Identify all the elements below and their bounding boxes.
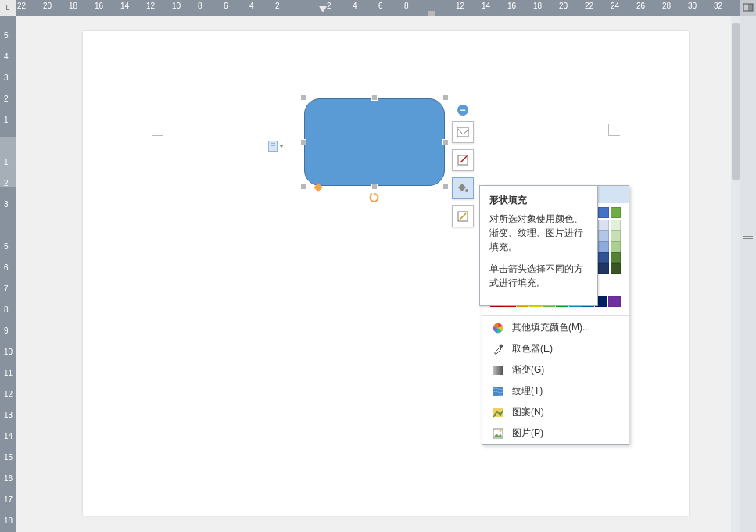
ruler-tick: 5 <box>4 31 9 40</box>
ruler-tick: 22 <box>585 2 593 10</box>
color-swatch[interactable] <box>611 252 622 263</box>
ruler-tick: 1 <box>4 116 9 124</box>
resize-handle-l[interactable] <box>300 139 306 145</box>
ruler-tick: 6 <box>224 2 228 10</box>
picture-icon <box>492 427 504 440</box>
color-swatch[interactable] <box>598 252 609 263</box>
svg-rect-1 <box>748 4 753 11</box>
pattern-item[interactable]: 图案(N) <box>482 402 629 423</box>
ruler-tick: 1 <box>4 158 9 166</box>
color-swatch[interactable] <box>611 241 622 252</box>
color-swatch[interactable] <box>611 207 622 218</box>
ruler-tick: 14 <box>482 2 490 10</box>
svg-rect-2 <box>457 127 468 137</box>
ruler-tick: 4 <box>4 52 9 61</box>
color-swatch[interactable] <box>598 220 609 230</box>
color-swatch[interactable] <box>598 241 609 252</box>
eyedropper-icon <box>492 343 504 355</box>
pattern-icon <box>492 406 504 419</box>
rotate-handle[interactable] <box>369 192 380 203</box>
menu-label: 图片(P) <box>512 427 543 440</box>
selected-shape[interactable] <box>304 98 445 186</box>
ruler-tick: 13 <box>4 411 13 420</box>
ruler-corner: L <box>0 0 16 16</box>
eyedropper-item[interactable]: 取色器(E) <box>482 338 629 359</box>
shape-effects-button[interactable] <box>452 205 474 227</box>
ruler-tick: 28 <box>662 2 671 10</box>
ruler-tick: 2 <box>327 2 331 10</box>
ruler-tick: 16 <box>507 2 516 10</box>
collapsed-task-pane[interactable] <box>740 16 756 532</box>
ruler-tick: 18 <box>4 516 13 525</box>
svg-point-12 <box>500 430 502 432</box>
tooltip-body-2: 单击箭头选择不同的方式进行填充。 <box>489 262 588 290</box>
tooltip-title: 形状填充 <box>489 194 588 207</box>
ruler-tick: 14 <box>4 432 13 441</box>
ruler-tick: 3 <box>4 200 9 209</box>
color-swatch[interactable] <box>598 263 609 274</box>
ruler-tick: 8 <box>4 305 9 314</box>
color-swatch[interactable] <box>611 230 622 241</box>
shape-fill-button[interactable] <box>452 177 474 199</box>
ruler-tick: 30 <box>688 2 697 10</box>
horizontal-ruler[interactable]: 2220181614121086422468121416182022242628… <box>16 0 740 16</box>
collapse-icon[interactable]: − <box>457 104 469 116</box>
texture-item[interactable]: 纹理(T) <box>482 380 629 402</box>
ruler-tick: 2 <box>4 179 9 187</box>
ruler-tick: 8 <box>404 2 409 10</box>
more-fill-colors-item[interactable]: 其他填充颜色(M)... <box>482 317 629 338</box>
scrollbar-thumb[interactable] <box>732 23 740 180</box>
ruler-tick: 10 <box>4 348 13 356</box>
svg-rect-11 <box>493 429 503 438</box>
shape-outline-button[interactable] <box>452 149 474 171</box>
ruler-tick: 24 <box>611 2 619 10</box>
dropdown-arrow-icon <box>279 145 284 148</box>
color-swatch[interactable] <box>611 263 622 274</box>
color-swatch[interactable] <box>598 207 609 218</box>
vertical-ruler[interactable]: 5432112356789101112131415161718192021222… <box>0 16 16 532</box>
ruler-tick: 18 <box>69 2 77 10</box>
ruler-tick: 4 <box>353 2 357 10</box>
svg-rect-8 <box>493 366 503 375</box>
ruler-tick: 7 <box>4 284 9 293</box>
resize-handle-b[interactable] <box>371 184 378 190</box>
color-swatch[interactable] <box>608 296 621 307</box>
paste-options-button[interactable] <box>268 140 285 152</box>
hamburger-icon <box>743 234 753 243</box>
menu-label: 取色器(E) <box>512 342 553 355</box>
gradient-item[interactable]: 渐变(G) <box>482 359 629 380</box>
svg-point-4 <box>465 189 468 192</box>
ruler-tick: 18 <box>533 2 542 10</box>
shape-fill-tooltip: 形状填充 对所选对象使用颜色、渐变、纹理、图片进行填充。 单击箭头选择不同的方式… <box>479 185 598 306</box>
paste-icon <box>268 141 278 152</box>
vertical-scrollbar[interactable] <box>731 16 740 532</box>
ruler-tick: 6 <box>4 263 9 272</box>
floating-shape-toolbar: − <box>452 104 474 227</box>
tooltip-body-1: 对所选对象使用颜色、渐变、纹理、图片进行填充。 <box>489 212 588 254</box>
picture-item[interactable]: 图片(P) <box>482 423 629 444</box>
rounded-rectangle-shape[interactable] <box>304 98 445 186</box>
menu-label: 其他填充颜色(M)... <box>512 321 590 334</box>
ruler-tick: 2 <box>275 2 280 10</box>
layout-options-button[interactable] <box>452 121 474 143</box>
ruler-tick: 2 <box>4 95 9 103</box>
ruler-tick: 20 <box>43 2 52 10</box>
ruler-tick: 16 <box>95 2 103 10</box>
menu-label: 纹理(T) <box>512 384 543 398</box>
ruler-tick: 12 <box>4 390 13 398</box>
resize-handle-tl[interactable] <box>300 95 306 101</box>
task-pane-toggle[interactable] <box>740 0 756 16</box>
menu-label: 渐变(G) <box>512 363 544 377</box>
menu-label: 图案(N) <box>512 405 544 419</box>
resize-handle-t[interactable] <box>371 95 378 101</box>
color-swatch[interactable] <box>598 230 609 241</box>
color-swatch[interactable] <box>611 220 622 230</box>
resize-handle-tr[interactable] <box>442 95 449 101</box>
ruler-tick: 14 <box>120 2 129 10</box>
ruler-tick: 12 <box>456 2 464 10</box>
resize-handle-r[interactable] <box>442 139 449 145</box>
color-wheel-icon <box>492 322 504 334</box>
ruler-tick: 6 <box>378 2 383 10</box>
resize-handle-br[interactable] <box>442 184 449 190</box>
resize-handle-bl[interactable] <box>300 184 306 190</box>
